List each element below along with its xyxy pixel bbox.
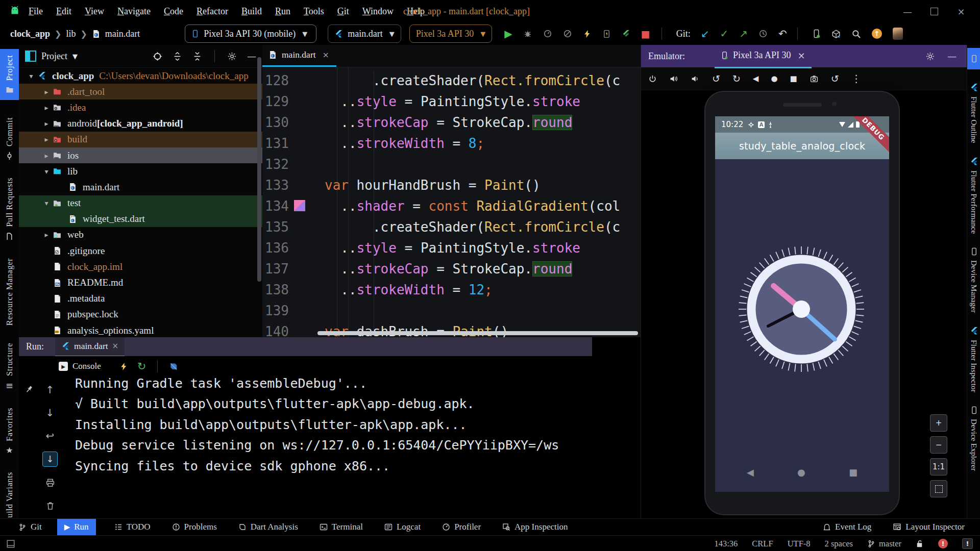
- scroll-to-end-button[interactable]: ↓: [42, 452, 58, 467]
- tree-item-clock_app.iml[interactable]: clock_app.iml: [19, 259, 262, 274]
- line-number[interactable]: 134: [262, 196, 289, 217]
- tool-window-button-build-variants[interactable]: Build Variants: [5, 472, 15, 524]
- tree-item-lib[interactable]: ▾lib: [19, 163, 262, 179]
- editor-tab-main-dart[interactable]: main.dart ×: [262, 45, 336, 67]
- breadcrumb-item[interactable]: lib: [66, 29, 76, 39]
- line-number[interactable]: 135: [262, 217, 289, 238]
- code-editor-area[interactable]: 128 .createShader(Rect.fromCircle(c129 .…: [262, 67, 641, 337]
- run-target-selector[interactable]: main.dart ▼: [328, 24, 401, 43]
- expand-all-icon[interactable]: [173, 52, 182, 61]
- tree-item-pubspec.lock[interactable]: pubspec.lock: [19, 307, 262, 322]
- history-icon[interactable]: [758, 29, 768, 38]
- frame-toggle-button[interactable]: [930, 480, 947, 497]
- breadcrumb[interactable]: clock_app❯lib❯main.dart: [0, 29, 140, 39]
- profile-avatar-icon[interactable]: [893, 28, 903, 40]
- tool-window-button-project[interactable]: Project: [0, 49, 19, 100]
- tool-window-button-flutter-inspector[interactable]: Flutter Inspector: [969, 326, 978, 392]
- bottom-tab-profiler[interactable]: Profiler: [439, 519, 484, 535]
- profile-icon[interactable]: [543, 29, 552, 38]
- phone-screen[interactable]: DEBUG 10:22 A study_table_analog: [715, 116, 889, 492]
- volume-down-icon[interactable]: [691, 74, 700, 83]
- pin-icon[interactable]: [24, 385, 34, 394]
- chevron-right-icon[interactable]: ▸: [41, 231, 52, 239]
- line-number[interactable]: 136: [262, 238, 289, 259]
- zoom-reset-button[interactable]: 1:1: [930, 458, 947, 475]
- snapshot-restore-icon[interactable]: ↺: [831, 74, 839, 84]
- line-number[interactable]: 138: [262, 280, 289, 300]
- menu-view[interactable]: View: [85, 6, 104, 17]
- line-number[interactable]: 139: [262, 300, 289, 321]
- menu-edit[interactable]: Edit: [56, 6, 71, 17]
- clear-all-button[interactable]: [43, 498, 57, 513]
- hot-restart-icon[interactable]: ↻: [137, 361, 146, 372]
- chevron-right-icon[interactable]: ▸: [41, 135, 52, 143]
- menu-window[interactable]: Window: [362, 6, 394, 17]
- bottom-tab-app-inspection[interactable]: App Inspection: [499, 519, 571, 535]
- settings-gear-icon[interactable]: [227, 52, 237, 61]
- run-configuration-selector[interactable]: Pixel 3a API 30 ▼: [409, 24, 493, 43]
- tool-window-button-device-explorer[interactable]: Device Explorer: [969, 406, 978, 471]
- git-branch-widget[interactable]: master: [867, 539, 901, 549]
- tool-window-button-device-manager[interactable]: Device Manager: [969, 247, 978, 313]
- flutter-hot-reload-icon[interactable]: [119, 362, 128, 371]
- debug-icon[interactable]: [523, 29, 532, 38]
- commit-icon[interactable]: ✓: [720, 29, 728, 39]
- rotate-left-icon[interactable]: ↺: [712, 74, 720, 84]
- editor-horizontal-scrollbar[interactable]: [317, 331, 638, 335]
- tool-window-button-resource-manager[interactable]: Resource Manager: [5, 258, 15, 325]
- settings-gear-icon[interactable]: [925, 52, 935, 61]
- coverage-icon[interactable]: [563, 29, 572, 38]
- volume-up-icon[interactable]: [669, 74, 678, 83]
- bottom-tab-terminal[interactable]: Terminal: [316, 519, 366, 535]
- bottom-tab-todo[interactable]: TODO: [111, 519, 154, 535]
- bottom-tab-layout-inspector[interactable]: Layout Inspector: [890, 519, 968, 535]
- project-tree-scrollbar[interactable]: [257, 57, 261, 282]
- power-icon[interactable]: [648, 74, 657, 83]
- tool-window-button-favorites[interactable]: Favorites★: [5, 408, 15, 455]
- notifications-badge[interactable]: !: [962, 538, 973, 549]
- chevron-right-icon[interactable]: ▸: [41, 88, 52, 96]
- bottom-tab-run[interactable]: ▶Run: [57, 519, 96, 535]
- more-menu-icon[interactable]: ⋮: [851, 73, 862, 84]
- tree-item-clock_app[interactable]: ▾clock_appC:\Users\devan\Downloads\clock…: [19, 68, 262, 84]
- close-tab-icon[interactable]: ×: [112, 341, 119, 350]
- tool-window-button-structure[interactable]: Structure≡: [5, 343, 15, 390]
- tree-item-web[interactable]: ▸web: [19, 227, 262, 243]
- tree-item-.gitignore[interactable]: .gitignore: [19, 243, 262, 259]
- back-icon[interactable]: ◀: [753, 75, 759, 83]
- line-number[interactable]: 131: [262, 133, 289, 154]
- zoom-out-button[interactable]: −: [930, 436, 947, 454]
- nav-home-icon[interactable]: ●: [797, 467, 805, 478]
- menu-git[interactable]: Git: [337, 6, 349, 17]
- close-tab-icon[interactable]: ×: [323, 50, 329, 60]
- update-project-icon[interactable]: ↙: [701, 29, 709, 39]
- chevron-down-icon[interactable]: ▾: [26, 72, 36, 80]
- tree-item-.idea[interactable]: ▸.idea: [19, 99, 262, 115]
- run-icon[interactable]: ▶: [504, 29, 512, 39]
- error-indicator-badge[interactable]: !: [938, 539, 948, 548]
- maximize-button[interactable]: [930, 8, 938, 15]
- chevron-down-icon[interactable]: ▾: [41, 167, 52, 176]
- line-number[interactable]: 129: [262, 91, 289, 112]
- ide-update-icon[interactable]: ↑: [872, 29, 882, 39]
- line-number[interactable]: 132: [262, 154, 289, 175]
- dart-devtools-icon[interactable]: [169, 362, 178, 371]
- flutter-hot-restart-icon[interactable]: [602, 29, 611, 39]
- lock-open-icon[interactable]: [916, 539, 924, 548]
- avd-manager-icon[interactable]: [831, 29, 841, 39]
- bottom-tab-event-log[interactable]: Event Log: [820, 519, 874, 535]
- line-number[interactable]: 130: [262, 112, 289, 133]
- gradient-color-swatch[interactable]: [294, 196, 307, 217]
- rollback-icon[interactable]: ↶: [778, 29, 787, 39]
- bottom-tab-logcat[interactable]: Logcat: [381, 519, 424, 535]
- tree-item-android[interactable]: ▸android [clock_app_android]: [19, 116, 262, 132]
- close-tab-icon[interactable]: ×: [798, 50, 805, 61]
- tree-item-.dart_tool[interactable]: ▸.dart_tool: [19, 84, 262, 99]
- file-encoding[interactable]: UTF-8: [788, 539, 811, 549]
- minimize-button[interactable]: —: [902, 6, 913, 17]
- locate-icon[interactable]: [153, 52, 162, 61]
- hide-panel-icon[interactable]: —: [247, 52, 256, 61]
- nav-back-icon[interactable]: ◀: [747, 467, 754, 478]
- line-separator[interactable]: CRLF: [752, 539, 773, 549]
- chevron-right-icon[interactable]: ▸: [41, 152, 52, 160]
